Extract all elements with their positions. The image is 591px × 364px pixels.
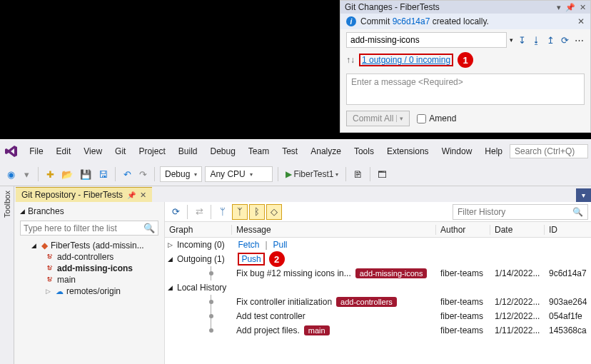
col-id[interactable]: ID <box>545 225 591 235</box>
start-label: FiberTest1 <box>293 169 333 179</box>
git-changes-panel: Git Changes - FiberTests ▾ 📌 ✕ i Commit … <box>340 0 591 133</box>
col-message[interactable]: Message <box>232 225 436 235</box>
commit-author: fiber-teams <box>436 297 490 307</box>
menu-view[interactable]: View <box>78 143 108 159</box>
branch-item-current[interactable]: ೪ add-missing-icons <box>14 263 164 274</box>
tb-icon-2[interactable]: 🗔 <box>375 166 389 182</box>
commit-date: 1/11/2022... <box>490 325 545 335</box>
commit-msg: Add project files. <box>236 325 300 335</box>
branch-icon: ೪ <box>46 263 54 273</box>
local-history-group[interactable]: ◢ Local History <box>165 280 591 295</box>
remotes-item[interactable]: ▷☁ remotes/origin <box>14 285 164 297</box>
menu-debug[interactable]: Debug <box>204 143 241 159</box>
menu-tools[interactable]: Tools <box>348 143 380 159</box>
toolbox-tab[interactable]: Toolbox <box>0 186 14 364</box>
menu-git[interactable]: Git <box>109 143 131 159</box>
compare-button[interactable]: ⇄ <box>191 204 207 220</box>
nav-fwd-button[interactable]: ▾ <box>20 166 33 182</box>
pull-icon[interactable]: ⭳ <box>530 34 542 46</box>
refresh-button[interactable]: ⟳ <box>168 204 183 220</box>
outgoing-group[interactable]: ◢ Outgoing (1) Push 2 <box>165 252 591 266</box>
branches-button[interactable]: ᛘ <box>215 204 231 220</box>
branch-dropdown-icon[interactable]: ▾ <box>510 36 513 44</box>
amend-label: Amend <box>429 113 456 123</box>
commit-hash-link[interactable]: 9c6d14a7 <box>393 16 430 26</box>
menu-window[interactable]: Window <box>436 143 478 159</box>
save-button[interactable]: 💾 <box>78 166 94 182</box>
commit-date: 1/12/2022... <box>490 311 545 321</box>
branches-header[interactable]: ◢ Branches <box>14 205 164 218</box>
outgoing-incoming-link[interactable]: 1 outgoing / 0 incoming <box>359 54 453 66</box>
branch-item[interactable]: ೪ add-controllers <box>14 251 164 263</box>
push-icon[interactable]: ↥ <box>545 34 556 46</box>
push-link[interactable]: Push <box>241 254 261 264</box>
menu-test[interactable]: Test <box>276 143 303 159</box>
branch-input[interactable] <box>346 32 507 48</box>
tab-git-repository[interactable]: Git Repository - FiberTests 📌 ✕ <box>16 187 152 202</box>
commit-message-input[interactable]: Enter a message <Required> <box>346 74 585 105</box>
commit-all-button[interactable]: Commit All ▾ <box>346 111 410 126</box>
pull-link[interactable]: Pull <box>273 240 288 250</box>
nav-back-button[interactable]: ◉ <box>4 166 17 182</box>
commit-row[interactable]: Add project files.main fiber-teams 1/11/… <box>165 323 591 338</box>
filter-btn-2[interactable]: ᛒ <box>249 204 265 220</box>
info-close-icon[interactable]: ✕ <box>577 16 585 26</box>
incoming-group[interactable]: ▷ Incoming (0) Fetch | Pull <box>165 238 591 252</box>
menu-analyze[interactable]: Analyze <box>305 143 347 159</box>
col-graph[interactable]: Graph <box>165 225 232 235</box>
amend-checkbox-input[interactable] <box>417 114 426 123</box>
save-all-button[interactable]: 🖫 <box>96 166 110 182</box>
visual-studio-logo-icon <box>3 143 19 160</box>
dropdown-icon[interactable]: ▾ <box>557 3 561 12</box>
commit-id: 9c6d14a7 <box>545 268 591 278</box>
undo-button[interactable]: ↶ <box>121 166 133 182</box>
commit-row[interactable]: Fix bug #12 missing icons in...add-missi… <box>165 266 591 280</box>
close-icon[interactable]: ✕ <box>580 3 586 12</box>
fetch-link[interactable]: Fetch <box>238 240 259 250</box>
commit-row[interactable]: Add test controller fiber-teams 1/12/202… <box>165 309 591 323</box>
search-input[interactable] <box>510 144 588 158</box>
branch-item[interactable]: ೪ main <box>14 274 164 285</box>
tree-root[interactable]: ◢◆ FiberTests (add-missin... <box>14 240 164 251</box>
more-icon[interactable]: ⋯ <box>573 34 585 46</box>
filter-btn-1[interactable]: ᛉ <box>232 204 248 220</box>
branch-filter-input[interactable] <box>24 223 143 233</box>
platform-dropdown[interactable]: Any CPU▾ <box>205 166 273 182</box>
search-icon[interactable]: 🔍 <box>572 207 583 217</box>
menu-team[interactable]: Team <box>243 143 275 159</box>
menu-edit[interactable]: Edit <box>51 143 77 159</box>
search-icon[interactable]: 🔍 <box>143 223 155 233</box>
fetch-icon[interactable]: ↧ <box>516 34 527 46</box>
tab-close-icon[interactable]: ✕ <box>140 191 146 200</box>
commit-all-label: Commit All <box>353 113 393 123</box>
menu-file[interactable]: File <box>24 143 49 159</box>
collapse-icon: ◢ <box>20 208 25 215</box>
tab-pin-icon[interactable]: 📌 <box>127 191 136 199</box>
tb-icon-1[interactable]: 🖹 <box>351 166 365 182</box>
commit-dropdown-icon[interactable]: ▾ <box>396 115 403 122</box>
filter-btn-3[interactable]: ◇ <box>266 204 282 220</box>
menu-build[interactable]: Build <box>173 143 203 159</box>
incoming-label: Incoming (0) <box>177 240 225 250</box>
menu-extensions[interactable]: Extensions <box>381 143 435 159</box>
commit-row[interactable]: Fix controller initializationadd-control… <box>165 295 591 309</box>
menu-help[interactable]: Help <box>479 143 508 159</box>
commit-date: 1/12/2022... <box>490 297 545 307</box>
history-filter-input[interactable] <box>458 207 568 217</box>
branch-filter[interactable]: 🔍 <box>20 221 158 236</box>
redo-button[interactable]: ↷ <box>136 166 149 182</box>
tabstrip-overflow-icon[interactable]: ▾ <box>576 188 591 202</box>
config-dropdown[interactable]: Debug▾ <box>160 166 202 182</box>
remotes-label: remotes/origin <box>66 286 121 296</box>
new-item-button[interactable]: ✚ <box>44 166 56 182</box>
sync-icon[interactable]: ⟳ <box>559 34 570 46</box>
pin-icon[interactable]: 📌 <box>565 3 575 12</box>
col-date[interactable]: Date <box>490 225 545 235</box>
menu-project[interactable]: Project <box>133 143 171 159</box>
col-author[interactable]: Author <box>436 225 490 235</box>
commit-msg: Fix bug #12 missing icons in... <box>236 268 351 278</box>
amend-checkbox[interactable]: Amend <box>417 113 456 123</box>
start-button[interactable]: ▶ FiberTest1 ▾ <box>283 166 340 182</box>
open-button[interactable]: 📂 <box>59 166 75 182</box>
history-filter[interactable]: 🔍 <box>453 204 588 220</box>
